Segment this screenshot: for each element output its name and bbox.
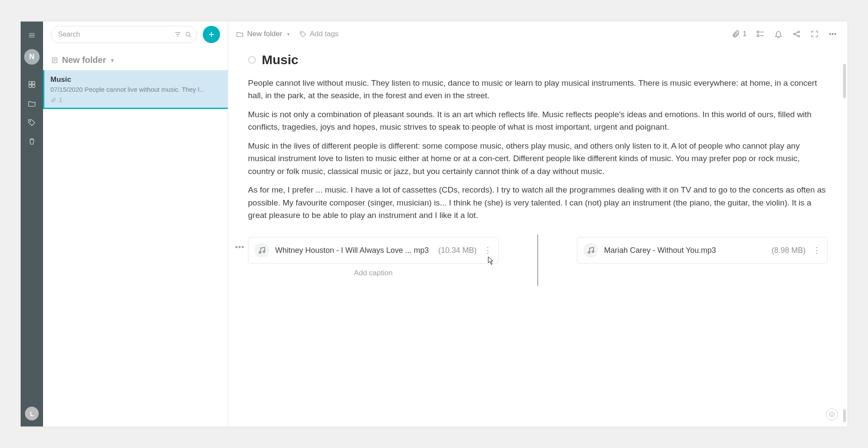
emoji-button[interactable] xyxy=(826,408,838,420)
note-title-row: Music xyxy=(248,53,828,67)
plus-icon: + xyxy=(208,28,214,40)
content-top-actions: 1 xyxy=(732,30,837,38)
svg-rect-9 xyxy=(757,35,759,37)
note-paragraph[interactable]: As for me, I prefer ... music. I have a … xyxy=(248,184,828,221)
checklist-icon xyxy=(756,30,765,38)
attachment-card[interactable]: Mariah Carey - Without You.mp3 (8.98 MB)… xyxy=(577,237,828,264)
left-rail: N L xyxy=(21,22,43,426)
svg-point-20 xyxy=(829,412,834,417)
new-note-button[interactable]: + xyxy=(203,26,220,43)
smiley-icon xyxy=(828,411,835,418)
hamburger-menu-button[interactable] xyxy=(24,28,40,43)
folder-breadcrumb[interactable]: New folder ▾ xyxy=(43,47,228,70)
expand-button[interactable] xyxy=(810,30,819,38)
search-icon[interactable] xyxy=(184,31,192,38)
note-icon xyxy=(51,56,59,64)
attachment-filename: Mariah Carey - Without You.mp3 xyxy=(604,246,763,255)
tag-icon xyxy=(28,118,36,127)
rail-folders-button[interactable] xyxy=(24,96,40,111)
search-input[interactable] xyxy=(58,31,171,38)
block-handle[interactable]: ••• xyxy=(235,243,245,252)
music-file-icon xyxy=(254,243,269,258)
tag-icon xyxy=(299,30,307,38)
list-panel-toolbar: + xyxy=(43,22,228,47)
share-button[interactable] xyxy=(792,30,801,38)
folder-label: New folder xyxy=(62,55,106,65)
svg-point-14 xyxy=(832,34,834,35)
rail-dashboard-button[interactable] xyxy=(24,77,40,92)
reminders-button[interactable] xyxy=(774,30,783,38)
chevron-down-icon: ▾ xyxy=(111,57,114,63)
note-list-item[interactable]: Music 07/15/2020 People cannot live with… xyxy=(43,70,228,109)
note-item-attachment-meta: 1 xyxy=(50,96,222,103)
svg-point-21 xyxy=(831,414,831,414)
scrollbar[interactable] xyxy=(843,409,846,422)
filter-icon[interactable] xyxy=(174,31,182,38)
svg-point-12 xyxy=(798,35,800,37)
hamburger-icon xyxy=(28,31,36,40)
svg-rect-0 xyxy=(29,81,31,84)
bell-icon xyxy=(774,30,783,38)
app-frame: N L + New folder xyxy=(21,22,847,426)
note-paragraph[interactable]: Music in the lives of different people i… xyxy=(248,140,828,177)
content-breadcrumb[interactable]: New folder ▾ xyxy=(236,30,290,38)
svg-point-11 xyxy=(798,31,800,33)
scrollbar[interactable] xyxy=(843,64,846,98)
note-item-title: Music xyxy=(50,75,222,84)
more-button[interactable] xyxy=(828,30,837,38)
rail-tags-button[interactable] xyxy=(24,115,40,130)
checklist-button[interactable] xyxy=(756,30,765,38)
expand-icon xyxy=(810,30,819,38)
note-item-preview: 07/15/2020 People cannot live without mu… xyxy=(50,86,222,93)
grid-icon xyxy=(28,80,36,89)
note-paragraph[interactable]: Music is not only a combination of pleas… xyxy=(248,108,828,134)
content-body[interactable]: Music People cannot live without music. … xyxy=(228,47,847,426)
add-caption-button[interactable]: Add caption xyxy=(248,269,499,277)
paperclip-icon xyxy=(50,97,56,103)
folder-icon xyxy=(236,30,244,38)
svg-point-17 xyxy=(263,251,265,253)
attachment-column: Mariah Carey - Without You.mp3 (8.98 MB)… xyxy=(577,237,828,264)
svg-point-22 xyxy=(832,414,833,414)
folder-icon xyxy=(28,99,36,108)
attachments-button[interactable]: 1 xyxy=(732,30,747,38)
attachment-menu-button[interactable]: ⋮ xyxy=(483,246,493,255)
task-toggle-circle[interactable] xyxy=(248,56,256,64)
svg-rect-2 xyxy=(29,85,31,87)
svg-point-5 xyxy=(186,32,190,36)
svg-point-19 xyxy=(592,251,594,253)
music-file-icon xyxy=(583,243,598,258)
note-title[interactable]: Music xyxy=(262,53,298,67)
svg-point-15 xyxy=(835,34,836,35)
attachment-filesize: (10.34 MB) xyxy=(438,246,477,255)
rail-trash-button[interactable] xyxy=(24,134,40,149)
svg-point-7 xyxy=(301,32,302,33)
svg-point-10 xyxy=(794,33,795,35)
trash-icon xyxy=(28,137,36,146)
more-horizontal-icon xyxy=(828,30,837,38)
attachment-column: Whitney Houston - I Will Always Love ...… xyxy=(248,237,499,277)
column-divider[interactable] xyxy=(537,234,538,286)
svg-rect-3 xyxy=(32,85,35,87)
add-tags-button[interactable]: Add tags xyxy=(299,30,338,38)
svg-point-16 xyxy=(259,252,261,253)
attachment-menu-button[interactable]: ⋮ xyxy=(812,246,822,255)
search-field-wrap[interactable] xyxy=(51,26,197,43)
svg-point-13 xyxy=(830,34,831,35)
attachment-filesize: (8.98 MB) xyxy=(772,246,806,255)
user-avatar[interactable]: L xyxy=(25,407,39,420)
svg-rect-1 xyxy=(32,81,35,84)
attachment-card[interactable]: Whitney Houston - I Will Always Love ...… xyxy=(248,237,499,264)
content-panel: New folder ▾ Add tags 1 xyxy=(228,22,847,426)
svg-point-4 xyxy=(30,121,31,121)
workspace-avatar[interactable]: N xyxy=(24,49,40,65)
attachment-filename: Whitney Houston - I Will Always Love ...… xyxy=(275,246,430,255)
share-icon xyxy=(792,30,801,38)
paperclip-icon xyxy=(732,30,740,38)
svg-rect-8 xyxy=(757,31,759,33)
svg-point-18 xyxy=(588,252,590,253)
note-paragraph[interactable]: People cannot live without music. They l… xyxy=(248,77,828,102)
content-toolbar: New folder ▾ Add tags 1 xyxy=(228,22,847,47)
attachments-area: ••• Whitney Houston - I Will Always Love… xyxy=(248,237,828,286)
chevron-down-icon: ▾ xyxy=(287,31,290,37)
